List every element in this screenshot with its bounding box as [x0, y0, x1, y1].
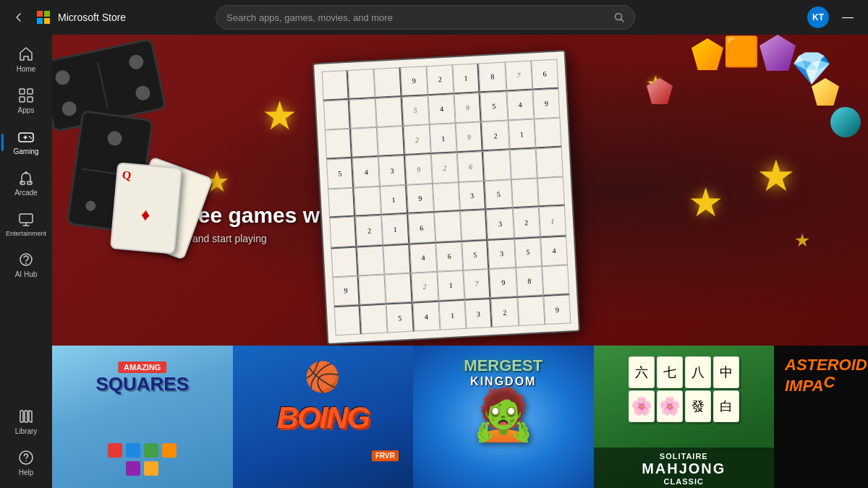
svg-rect-15: [20, 181, 25, 184]
gem-purple: [760, 35, 796, 71]
sidebar-entertainment-label: Entertainment: [6, 230, 46, 237]
svg-rect-1: [44, 11, 50, 17]
svg-point-26: [25, 461, 27, 462]
title-bar-left: Microsoft Store: [9, 7, 126, 27]
gem-decoration-2: 🟧: [723, 35, 760, 69]
main-layout: Home Apps: [0, 35, 868, 488]
sidebar-apps-label: Apps: [18, 106, 35, 114]
sidebar-library-label: Library: [15, 427, 38, 435]
svg-rect-18: [20, 214, 33, 223]
mergest-title-block: MERGEST KINGDOM: [464, 356, 542, 388]
sidebar-item-library[interactable]: Library: [1, 403, 51, 441]
svg-rect-23: [20, 411, 23, 422]
search-button[interactable]: [614, 12, 624, 22]
sidebar-item-gaming[interactable]: Gaming: [1, 123, 51, 161]
gem-teal: [830, 107, 861, 137]
sidebar-gaming-label: Gaming: [13, 147, 38, 155]
amazing-main-label: SQUARES: [52, 374, 233, 393]
game-thumb-mergest-kingdom[interactable]: MERGEST KINGDOM 🧟: [413, 346, 594, 488]
boing-frvr-label: FRVR: [372, 450, 399, 461]
home-icon: [18, 46, 34, 62]
sidebar-arcade-label: Arcade: [14, 189, 38, 197]
sidebar-item-apps[interactable]: Apps: [1, 82, 51, 120]
svg-rect-0: [37, 11, 43, 17]
sidebar-item-aihub[interactable]: AI Hub: [1, 246, 51, 284]
svg-rect-16: [27, 181, 32, 184]
gem-yellow: [812, 78, 839, 106]
game-thumb-solitaire-mahjong[interactable]: 六 七 八 中 🌸 🌸 發 白 SOLITAIRE MAHJONG CLASSI…: [594, 346, 775, 488]
sidebar-item-entertainment[interactable]: Entertainment: [1, 205, 51, 243]
game-thumb-boing[interactable]: BOING FRVR 🏀: [233, 346, 414, 488]
library-icon: [18, 408, 34, 424]
amazing-squares-title-block: AMAZING SQUARES: [52, 360, 233, 393]
arcade-icon: [18, 170, 34, 186]
sidebar-item-arcade[interactable]: Arcade: [1, 164, 51, 202]
content-area: ♥ Q ♦ 9 2 1 8 7 6: [52, 35, 868, 488]
mahjong-tiles-grid: 六 七 八 中 🌸 🌸 發 白: [625, 353, 743, 426]
mahjong-main-label: MAHJONG: [598, 461, 770, 477]
svg-point-22: [25, 262, 27, 264]
minimize-button[interactable]: —: [836, 11, 859, 24]
svg-point-14: [30, 137, 32, 139]
hero-banner[interactable]: ♥ Q ♦ 9 2 1 8 7 6: [52, 35, 868, 346]
store-logo-icon: [36, 10, 51, 25]
games-row: AMAZING SQUARES BOING: [52, 346, 868, 488]
sidebar-item-home[interactable]: Home: [1, 40, 51, 79]
search-input[interactable]: [226, 12, 614, 23]
classic-label: CLASSIC: [598, 477, 770, 486]
title-bar: Microsoft Store KT —: [0, 0, 868, 35]
game-thumb-asteroid-impact[interactable]: ASTEROIDIMPAC: [774, 346, 868, 488]
entertainment-icon: [18, 211, 34, 227]
asteroid-title: ASTEROIDIMPAC: [774, 346, 868, 406]
star-decoration-6: ★: [794, 230, 810, 251]
mahjong-label-block: SOLITAIRE MAHJONG CLASSIC: [594, 448, 775, 488]
app-title: Microsoft Store: [58, 12, 126, 23]
mummy-character: 🧟: [472, 385, 535, 444]
svg-line-5: [621, 20, 624, 22]
boing-ball: 🏀: [305, 360, 341, 394]
apps-icon: [18, 87, 34, 103]
sudoku-decoration: 9 2 1 8 7 6 5 4 9 5 4 9: [312, 50, 580, 345]
gem-orange: [692, 38, 723, 70]
sidebar-item-help[interactable]: Help: [1, 444, 51, 482]
game-thumb-amazing-squares[interactable]: AMAZING SQUARES: [52, 346, 233, 488]
sidebar-help-label: Help: [19, 468, 34, 476]
user-avatar[interactable]: KT: [807, 7, 829, 28]
sidebar-home-label: Home: [17, 65, 36, 73]
gem-red: [647, 78, 673, 104]
svg-point-13: [29, 136, 30, 137]
svg-rect-6: [20, 89, 25, 94]
boing-title: BOING: [276, 401, 369, 435]
squares-grid: [106, 443, 179, 476]
solitaire-label: SOLITAIRE: [598, 452, 770, 461]
playing-cards-decoration: ♥ Q ♦: [114, 165, 179, 252]
svg-rect-24: [25, 411, 27, 422]
svg-rect-7: [27, 89, 33, 94]
gaming-icon: [18, 129, 34, 145]
sidebar-aihub-label: AI Hub: [15, 270, 38, 278]
star-decoration-3: ★: [688, 179, 723, 226]
aihub-icon: [18, 252, 34, 267]
title-bar-right: KT —: [807, 7, 859, 28]
sidebar: Home Apps: [0, 35, 52, 488]
mergest-top-label: MERGEST: [464, 356, 542, 375]
search-bar[interactable]: [216, 5, 635, 30]
back-button[interactable]: [9, 7, 29, 27]
star-decoration-1: ★: [262, 93, 297, 139]
svg-rect-2: [37, 18, 43, 24]
svg-rect-3: [44, 18, 50, 24]
star-decoration-5: ★: [757, 150, 796, 201]
svg-rect-9: [27, 97, 33, 102]
help-icon: [18, 450, 34, 466]
amazing-top-label: AMAZING: [118, 361, 166, 373]
svg-rect-8: [20, 97, 25, 102]
